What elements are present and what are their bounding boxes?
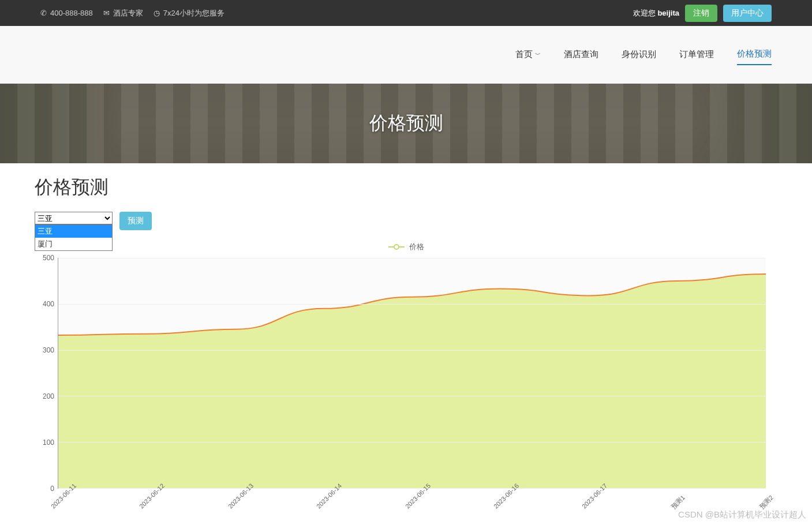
chart-legend[interactable]: 价格 (35, 242, 777, 252)
mail-icon: ✉ (103, 9, 110, 17)
hero-banner: 价格预测 (0, 84, 812, 163)
chart-container: 价格 0100200300400500 2023-06-112023-06-12… (35, 242, 777, 512)
plot-region (58, 258, 766, 489)
nav-identity[interactable]: 身份识别 (622, 44, 656, 65)
y-tick: 0 (50, 485, 54, 493)
y-axis: 0100200300400500 (35, 258, 58, 489)
main-nav: 首页 ﹀ 酒店查询 身份识别 订单管理 价格预测 (0, 26, 812, 84)
y-tick: 300 (43, 346, 54, 354)
nav-home[interactable]: 首页 ﹀ (515, 44, 541, 65)
x-tick: 预测2 (758, 493, 775, 511)
expert-text: 酒店专家 (113, 8, 143, 18)
city-option-1[interactable]: 厦门 (35, 238, 112, 250)
topbar: ✆ 400-888-888 ✉ 酒店专家 ◷ 7x24小时为您服务 欢迎您 be… (0, 0, 812, 26)
phone-icon: ✆ (40, 9, 47, 17)
nav-orders[interactable]: 订单管理 (679, 44, 714, 65)
controls-row: 三亚 三亚 厦门 预测 (35, 212, 777, 230)
legend-label: 价格 (409, 242, 424, 252)
x-axis: 2023-06-112023-06-122023-06-132023-06-14… (58, 489, 766, 512)
page-title: 价格预测 (35, 175, 777, 200)
y-tick: 400 (43, 300, 54, 308)
x-tick: 预测1 (669, 493, 686, 511)
service-text: 7x24小时为您服务 (163, 8, 224, 18)
service-item: ◷ 7x24小时为您服务 (154, 8, 224, 18)
area-svg (58, 258, 766, 488)
welcome-text: 欢迎您 beijita (633, 8, 679, 18)
chart-plot-area: 0100200300400500 2023-06-112023-06-12202… (58, 258, 766, 512)
logout-button[interactable]: 注销 (685, 5, 717, 22)
nav-home-label: 首页 (515, 49, 533, 60)
svg-point-1 (394, 245, 399, 249)
phone-item: ✆ 400-888-888 (40, 9, 93, 17)
hero-title: 价格预测 (369, 111, 443, 136)
topbar-right: 欢迎您 beijita 注销 用户中心 (633, 5, 772, 22)
city-select-wrap: 三亚 三亚 厦门 (35, 212, 113, 224)
topbar-left: ✆ 400-888-888 ✉ 酒店专家 ◷ 7x24小时为您服务 (40, 8, 224, 18)
chevron-down-icon: ﹀ (535, 51, 541, 59)
y-tick: 100 (43, 438, 54, 447)
user-center-button[interactable]: 用户中心 (723, 5, 772, 22)
phone-text: 400-888-888 (50, 9, 93, 17)
city-option-0[interactable]: 三亚 (35, 225, 112, 238)
y-tick: 500 (43, 254, 54, 262)
y-tick: 200 (43, 392, 54, 400)
city-select[interactable]: 三亚 (35, 212, 113, 224)
nav-hotel-search[interactable]: 酒店查询 (564, 44, 598, 65)
city-dropdown-list: 三亚 厦门 (35, 224, 113, 251)
content: 价格预测 三亚 三亚 厦门 预测 价格 0100200300400500 202… (0, 163, 812, 525)
legend-marker (388, 243, 405, 251)
nav-price-predict[interactable]: 价格预测 (737, 44, 772, 65)
clock-icon: ◷ (154, 9, 160, 17)
expert-item: ✉ 酒店专家 (103, 8, 143, 18)
predict-button[interactable]: 预测 (119, 212, 152, 230)
